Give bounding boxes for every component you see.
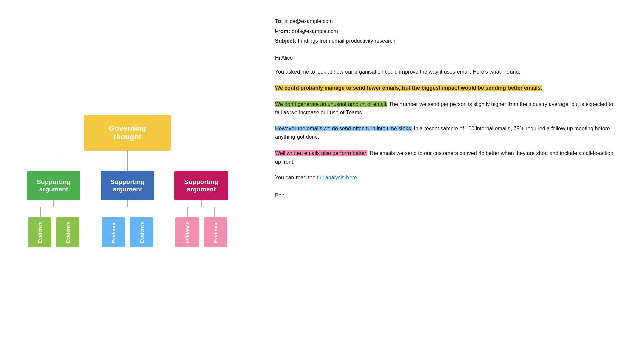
email-footer: You can read the full analysis here.: [275, 173, 617, 182]
email-to-line: To: alice@example.com: [275, 17, 617, 26]
subject-label: Subject:: [275, 38, 296, 44]
email-header: To: alice@example.com From: bob@example.…: [275, 17, 617, 46]
sub-connector-3: [174, 200, 228, 217]
evidence-row-1: Evidence Evidence: [28, 217, 79, 247]
email-signature: Bob: [275, 193, 617, 199]
branch-1: Supporting argument Evidence Evidence: [27, 171, 80, 247]
subject-value: Findings from email productivity researc…: [296, 38, 395, 44]
branch-2: Supporting argument Evidence Evidence: [101, 171, 154, 247]
governing-thought-box: Governing thought: [84, 115, 171, 151]
tree-diagram: Governing thought Supporting argument: [13, 115, 241, 247]
sub-connector-1: [27, 200, 80, 217]
to-label: To:: [275, 18, 283, 24]
to-value: alice@example.com: [283, 18, 333, 24]
footer-before: You can read the: [275, 175, 317, 180]
footer-after: .: [357, 175, 358, 180]
branch-3: Supporting argument Evidence Evidence: [174, 171, 228, 247]
evidence-row-3: Evidence Evidence: [175, 217, 227, 247]
evidence-row-2: Evidence Evidence: [102, 217, 153, 247]
from-value: bob@example.com: [290, 28, 338, 34]
paragraph-2-highlight: We don't generate an unusual amount of e…: [275, 101, 387, 107]
from-label: From:: [275, 28, 290, 34]
email-paragraph-2: We don't generate an unusual amount of e…: [275, 100, 617, 117]
email-paragraph-3: However the emails we do send often turn…: [275, 124, 617, 141]
email-from-line: From: bob@example.com: [275, 26, 617, 36]
supporting-row: Supporting argument Evidence Evidence Su…: [27, 171, 228, 247]
paragraph-1-highlight: We could probably manage to send fewer e…: [275, 85, 542, 91]
evidence-box-2a: Evidence: [102, 217, 125, 247]
evidence-box-3a: Evidence: [175, 217, 199, 247]
supporting-box-1: Supporting argument: [27, 171, 80, 200]
evidence-box-2b: Evidence: [130, 217, 153, 247]
diagram-panel: Governing thought Supporting argument: [0, 0, 255, 362]
email-greeting: Hi Alice: [275, 55, 617, 61]
evidence-box-1b: Evidence: [56, 217, 79, 247]
email-intro: You asked me to look at how our organisa…: [275, 68, 617, 76]
supporting-box-2: Supporting argument: [101, 171, 154, 200]
evidence-box-1a: Evidence: [28, 217, 51, 247]
full-analysis-link[interactable]: full analysis here: [317, 175, 357, 180]
email-panel: To: alice@example.com From: bob@example.…: [255, 0, 644, 362]
email-paragraph-4: Well written emails also perform better.…: [275, 149, 617, 166]
email-paragraph-1: We could probably manage to send fewer e…: [275, 84, 617, 93]
top-connector: [30, 151, 225, 171]
supporting-box-3: Supporting argument: [174, 171, 228, 200]
paragraph-3-highlight: However the emails we do send often turn…: [275, 126, 412, 131]
evidence-box-3b: Evidence: [204, 217, 227, 247]
paragraph-4-highlight: Well written emails also perform better.: [275, 150, 367, 156]
email-subject-line: Subject: Findings from email productivit…: [275, 36, 617, 46]
sub-connector-2: [101, 200, 154, 217]
